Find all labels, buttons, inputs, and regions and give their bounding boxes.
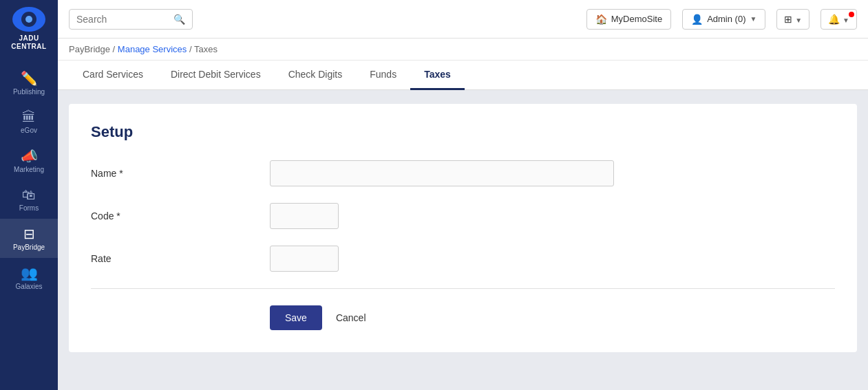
paybridge-icon: ⊟	[23, 226, 35, 242]
search-input[interactable]	[76, 14, 168, 25]
tab-taxes[interactable]: Taxes	[410, 61, 465, 90]
sidebar-item-galaxies[interactable]: 👥 Galaxies	[0, 258, 58, 297]
site-label: MyDemoSite	[611, 14, 662, 24]
name-input[interactable]	[270, 160, 614, 186]
rate-input[interactable]	[270, 246, 339, 272]
breadcrumb-sep1: /	[113, 44, 118, 54]
main-content: 🔍 🏠 MyDemoSite 👤 Admin (0) ▼ ⊞ ▼ 🔔 ▼ Pay…	[58, 0, 868, 390]
save-button[interactable]: Save	[270, 305, 322, 330]
admin-label: Admin (0)	[707, 14, 745, 24]
forms-icon: 🛍	[22, 187, 36, 203]
sidebar-item-marketing[interactable]: 📣 Marketing	[0, 141, 58, 180]
sidebar-nav: ✏️ Publishing 🏛 eGov 📣 Marketing 🛍 Forms…	[0, 63, 58, 297]
logo-inner	[21, 12, 36, 27]
form-actions: Save Cancel	[91, 305, 835, 330]
admin-caret-icon: ▼	[750, 15, 757, 23]
galaxies-icon: 👥	[21, 265, 38, 281]
breadcrumb: PayBridge / Manage Services / Taxes	[58, 39, 868, 61]
rate-field-group: Rate	[91, 246, 835, 272]
form-card: Setup Name * Code * Rate Save Cancel	[69, 104, 857, 352]
admin-icon: 👤	[691, 14, 703, 25]
publishing-icon: ✏️	[21, 70, 38, 87]
sidebar-item-label-galaxies: Galaxies	[16, 283, 43, 290]
breadcrumb-sep2: /	[189, 44, 194, 54]
notification-badge	[849, 12, 854, 17]
breadcrumb-manage-services[interactable]: Manage Services	[118, 44, 187, 54]
site-icon: 🏠	[595, 14, 607, 25]
sidebar-item-forms[interactable]: 🛍 Forms	[0, 180, 58, 219]
code-input[interactable]	[270, 203, 339, 229]
logo-dot	[25, 16, 32, 23]
sidebar-item-label-paybridge: PayBridge	[13, 243, 45, 251]
sidebar-item-egov[interactable]: 🏛 eGov	[0, 102, 58, 141]
my-demo-site-button[interactable]: 🏠 MyDemoSite	[586, 9, 671, 30]
notif-caret-icon: ▼	[843, 17, 849, 24]
sidebar-item-label-publishing: Publishing	[13, 88, 45, 96]
sidebar-item-label-marketing: Marketing	[14, 166, 44, 173]
notifications-button[interactable]: 🔔 ▼	[821, 9, 857, 30]
code-label: Code *	[91, 210, 270, 221]
sidebar: JADU CENTRAL ✏️ Publishing 🏛 eGov 📣 Mark…	[0, 0, 58, 390]
sidebar-logo: JADU CENTRAL	[0, 0, 58, 58]
tab-check-digits[interactable]: Check Digits	[275, 61, 357, 90]
code-field-group: Code *	[91, 203, 835, 229]
marketing-icon: 📣	[21, 148, 38, 164]
name-label: Name *	[91, 168, 270, 179]
sidebar-item-paybridge[interactable]: ⊟ PayBridge	[0, 219, 58, 258]
tab-bar: Card Services Direct Debit Services Chec…	[58, 61, 868, 90]
admin-button[interactable]: 👤 Admin (0) ▼	[682, 9, 765, 30]
content-area: Setup Name * Code * Rate Save Cancel	[58, 90, 868, 390]
egov-icon: 🏛	[22, 109, 36, 125]
form-title: Setup	[91, 123, 835, 141]
logo-circle	[12, 7, 45, 32]
grid-icon: ⊞	[784, 14, 792, 25]
form-divider	[91, 288, 835, 289]
header: 🔍 🏠 MyDemoSite 👤 Admin (0) ▼ ⊞ ▼ 🔔 ▼	[58, 0, 868, 39]
sidebar-item-publishing[interactable]: ✏️ Publishing	[0, 63, 58, 102]
name-field-group: Name *	[91, 160, 835, 186]
grid-menu-button[interactable]: ⊞ ▼	[776, 9, 809, 30]
cancel-button[interactable]: Cancel	[330, 305, 372, 330]
breadcrumb-root: PayBridge	[69, 44, 110, 54]
breadcrumb-current: Taxes	[194, 44, 218, 54]
search-icon: 🔍	[173, 14, 185, 25]
sidebar-brand: JADU CENTRAL	[11, 34, 46, 51]
sidebar-item-label-egov: eGov	[21, 127, 37, 134]
bell-icon: 🔔	[828, 14, 840, 25]
rate-label: Rate	[91, 253, 270, 264]
grid-caret-icon: ▼	[795, 17, 802, 24]
tab-direct-debit-services[interactable]: Direct Debit Services	[157, 61, 275, 90]
tab-funds[interactable]: Funds	[356, 61, 410, 90]
search-box[interactable]: 🔍	[69, 9, 193, 30]
tab-card-services[interactable]: Card Services	[69, 61, 157, 90]
sidebar-item-label-forms: Forms	[19, 204, 39, 212]
